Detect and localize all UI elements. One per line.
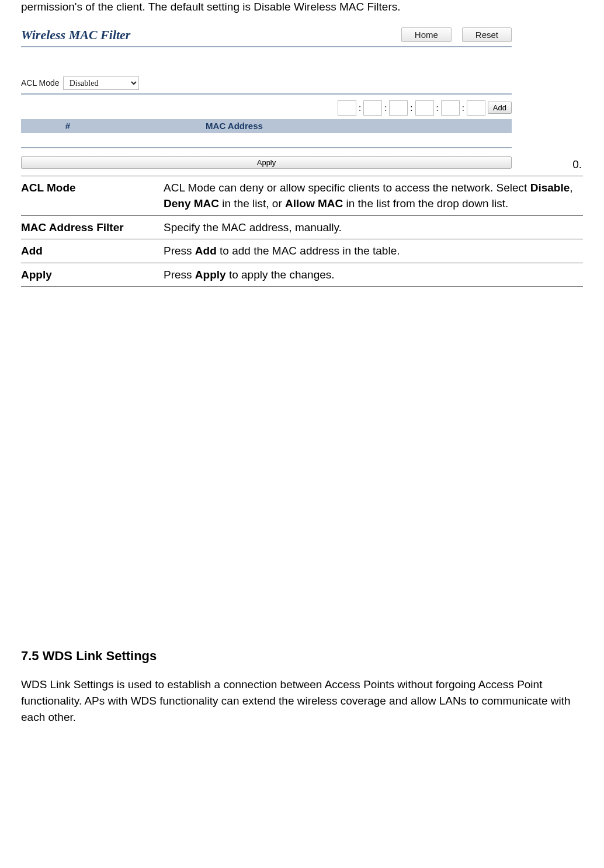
mac-colon: :	[436, 103, 439, 113]
table-row: ACL ModeACL Mode can deny or allow speci…	[21, 176, 583, 215]
acl-mode-label: ACL Mode	[21, 78, 60, 88]
trailing-marker: 0.	[572, 158, 582, 171]
row-key: Add	[21, 239, 164, 263]
table-row: MAC Address FilterSpecify the MAC addres…	[21, 215, 583, 239]
screenshot-block: Wireless MAC Filter Home Reset ACL Mode …	[21, 27, 583, 169]
description-table: ACL ModeACL Mode can deny or allow speci…	[21, 176, 583, 287]
table-row: ApplyPress Apply to apply the changes.	[21, 263, 583, 287]
mac-octet-1[interactable]	[338, 100, 356, 116]
mac-colon: :	[384, 103, 387, 113]
section-body: WDS Link Settings is used to establish a…	[21, 677, 583, 725]
row-value: Press Add to add the MAC address in the …	[164, 239, 583, 263]
add-button[interactable]: Add	[488, 102, 512, 114]
row-value: Press Apply to apply the changes.	[164, 263, 583, 287]
section-heading: 7.5 WDS Link Settings	[21, 649, 583, 664]
intro-text: permission's of the client. The default …	[21, 0, 583, 15]
mac-table-header: # MAC Address	[21, 119, 512, 133]
row-key: MAC Address Filter	[21, 215, 164, 239]
row-key: ACL Mode	[21, 176, 164, 215]
mac-colon: :	[410, 103, 412, 113]
mac-octet-5[interactable]	[441, 100, 460, 116]
home-button[interactable]: Home	[401, 27, 452, 42]
divider	[21, 147, 512, 148]
col-number-header: #	[21, 121, 114, 131]
panel-title: Wireless MAC Filter	[21, 27, 130, 43]
table-row: AddPress Add to add the MAC address in t…	[21, 239, 583, 263]
row-value: ACL Mode can deny or allow specific clie…	[164, 176, 583, 215]
mac-colon: :	[359, 103, 361, 113]
mac-colon: :	[462, 103, 464, 113]
reset-button[interactable]: Reset	[462, 27, 512, 42]
mac-octet-6[interactable]	[467, 100, 485, 116]
col-mac-header: MAC Address	[114, 121, 354, 131]
acl-mode-select[interactable]: Disabled	[63, 76, 139, 90]
mac-octet-2[interactable]	[363, 100, 382, 116]
mac-address-input-row: : : : : : Add	[21, 95, 512, 119]
apply-button[interactable]: Apply	[21, 156, 512, 169]
mac-octet-4[interactable]	[415, 100, 434, 116]
mac-octet-3[interactable]	[389, 100, 408, 116]
row-key: Apply	[21, 263, 164, 287]
row-value: Specify the MAC address, manually.	[164, 215, 583, 239]
